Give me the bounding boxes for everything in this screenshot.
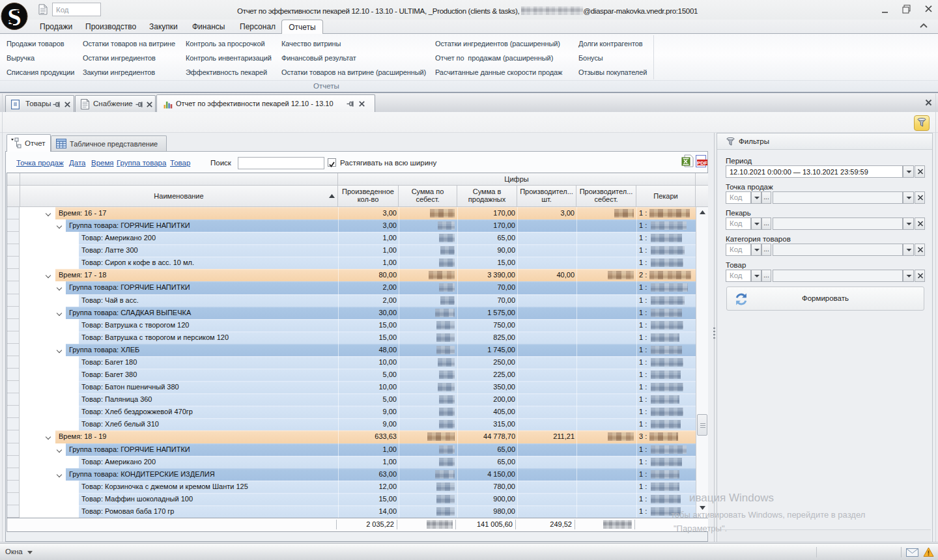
svg-text:PDF: PDF <box>697 160 707 166</box>
